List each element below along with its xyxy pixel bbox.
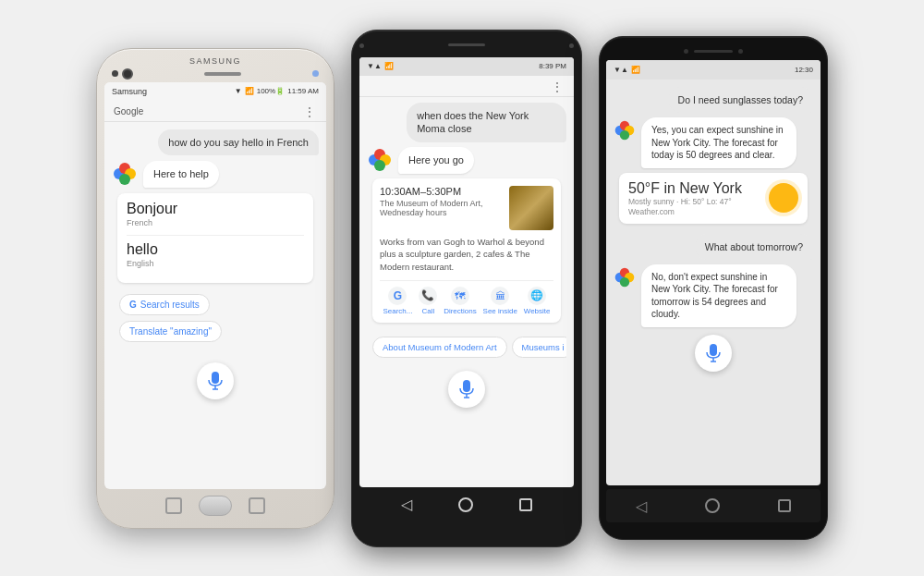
- back-btn-samsung[interactable]: [165, 497, 182, 514]
- assistant-bubble-1: Here to help: [143, 161, 219, 188]
- action-buttons-1: G Search results Translate "amazing": [112, 288, 319, 348]
- pixel-nav-bar: ◁: [606, 489, 821, 522]
- status-time-1: 11:59 AM: [287, 87, 319, 95]
- back-btn-pixel[interactable]: ◁: [636, 497, 647, 515]
- pixel-sensors: [606, 43, 821, 58]
- trans-lang-2: English: [127, 259, 304, 268]
- action-directions[interactable]: 🗺 Directions: [444, 287, 477, 315]
- menu-dots-1[interactable]: ⋮: [303, 104, 317, 119]
- call-icon: 📞: [419, 287, 437, 305]
- pixel-camera: [738, 49, 743, 54]
- phone-nexus: ▼▲ 📶 8:39 PM ⋮ when does the New York Mo…: [351, 30, 582, 547]
- place-desc: Works from van Gogh to Warhol & beyond p…: [380, 236, 553, 273]
- mic-button-1[interactable]: [197, 362, 234, 399]
- app-title-1: Google: [114, 106, 143, 116]
- status-bar-2: ▼▲ 📶 8:39 PM: [359, 57, 574, 76]
- chat-area-2: when does the New York Moma close Here y…: [359, 97, 574, 367]
- assistant-row-3a: Yes, you can expect sunshine in New York…: [614, 117, 813, 168]
- sensor-dot-2: [569, 43, 574, 48]
- home-btn-nexus[interactable]: [458, 497, 473, 512]
- google-dots-3b: [614, 266, 636, 288]
- trans-divider: [127, 235, 304, 236]
- action-call[interactable]: 📞 Call: [419, 287, 437, 315]
- place-card-header: 10:30AM–5:30PM The Museum of Modern Art,…: [380, 186, 553, 230]
- trans-word-2: hello: [127, 241, 304, 258]
- assistant-bubble-2: Here you go: [398, 147, 474, 174]
- suggest-btn-1[interactable]: About Museum of Modern Art: [372, 337, 507, 358]
- weather-card: 50°F in New York Mostly sunny · Hi: 50° …: [619, 173, 808, 224]
- trans-word-1: Bonjour: [127, 201, 304, 217]
- phone-pixel: ▼▲ 📶 12:30 Do I need sunglasses today? Y…: [599, 36, 828, 540]
- mic-icon-3: [705, 343, 722, 363]
- nexus-speaker: [448, 43, 485, 46]
- google-dots-3: [614, 119, 636, 141]
- mic-icon-2: [458, 379, 475, 399]
- home-btn-pixel[interactable]: [705, 498, 720, 513]
- place-card: 10:30AM–5:30PM The Museum of Modern Art,…: [372, 178, 561, 323]
- svg-rect-22: [710, 344, 717, 356]
- recents-btn-pixel[interactable]: [778, 499, 791, 512]
- samsung-top: [104, 67, 326, 80]
- status-icons-left-2: ▼▲ 📶: [367, 62, 394, 70]
- back-btn-nexus[interactable]: ◁: [401, 496, 412, 513]
- place-name: The Museum of Modern Art, Wednesday hour…: [380, 199, 504, 217]
- weather-temp: 50°F in New York: [628, 180, 769, 197]
- status-bar-1: Samsung ▼ 📶 100%🔋 11:59 AM: [104, 82, 326, 101]
- user-bubble-4: What about tomorrow?: [695, 234, 813, 260]
- app-bar-2: ⋮: [359, 76, 574, 96]
- samsung-brand: SAMSUNG: [104, 56, 326, 66]
- assistant-row-1: Here to help: [112, 161, 319, 188]
- weather-conditions: Mostly sunny · Hi: 50° Lo: 47°: [628, 197, 769, 206]
- suggest-btn-2[interactable]: Museums i: [512, 337, 566, 358]
- svg-point-17: [620, 130, 629, 140]
- search-results-button[interactable]: G Search results: [119, 294, 210, 315]
- google-dots-1: [112, 161, 138, 187]
- mic-button-3[interactable]: [695, 335, 732, 372]
- directions-icon: 🗺: [451, 287, 469, 305]
- home-btn-samsung[interactable]: [199, 496, 232, 516]
- mic-area-2: [359, 367, 574, 411]
- trans-lang-1: French: [127, 218, 304, 227]
- translate-button[interactable]: Translate "amazing": [119, 321, 222, 342]
- status-carrier: Samsung: [112, 87, 147, 96]
- status-time-2: 8:39 PM: [539, 62, 566, 70]
- place-hours: 10:30AM–5:30PM: [380, 186, 504, 197]
- menu-dots-2[interactable]: ⋮: [551, 80, 565, 94]
- mic-icon-1: [207, 371, 224, 391]
- recents-btn-samsung[interactable]: [249, 497, 265, 514]
- user-bubble-3: Do I need sunglasses today?: [668, 87, 813, 113]
- recents-btn-nexus[interactable]: [519, 498, 532, 511]
- action-see-inside[interactable]: 🏛 See inside: [483, 287, 517, 315]
- status-icons-right-3: 12:30: [795, 66, 813, 74]
- mic-button-2[interactable]: [448, 371, 485, 408]
- status-icons-1: ▼ 📶 100%🔋 11:59 AM: [235, 87, 319, 95]
- sensor-dot-1: [359, 43, 364, 48]
- status-icons-right-2: 8:39 PM: [539, 62, 566, 70]
- assistant-row-3b: No, don't expect sunshine in New York Ci…: [614, 264, 813, 327]
- phone-samsung: SAMSUNG Samsung ▼ 📶 100%🔋 11:59 AM Googl…: [96, 48, 334, 529]
- user-bubble-2: when does the New York Moma close: [407, 103, 566, 143]
- action-search[interactable]: G Search...: [383, 287, 412, 315]
- suggest-buttons-2: About Museum of Modern Art Museums i: [367, 333, 566, 362]
- pixel-speaker: [694, 50, 733, 53]
- speaker: [204, 72, 241, 76]
- svg-point-10: [374, 160, 385, 171]
- website-icon: 🌐: [528, 287, 546, 305]
- place-info: 10:30AM–5:30PM The Museum of Modern Art,…: [380, 186, 504, 217]
- svg-point-21: [620, 277, 629, 287]
- status-bar-3: ▼▲ 📶 12:30: [606, 60, 821, 79]
- chat-area-3: Do I need sunglasses today? Yes, you can…: [606, 80, 821, 331]
- translation-card: Bonjour French hello English: [117, 193, 313, 283]
- place-image: [509, 186, 553, 230]
- svg-rect-11: [463, 380, 470, 392]
- camera-lens: [122, 68, 133, 80]
- mic-area-1: [104, 355, 326, 407]
- search-icon-place: G: [388, 287, 407, 305]
- samsung-home-bar: [104, 493, 326, 519]
- pixel-screen: ▼▲ 📶 12:30 Do I need sunglasses today? Y…: [606, 60, 821, 485]
- assistant-row-2: Here you go: [367, 147, 566, 174]
- nexus-sensors: [359, 38, 574, 55]
- sensor: [312, 70, 319, 77]
- action-website[interactable]: 🌐 Website: [524, 287, 551, 315]
- assistant-bubble-3a: Yes, you can expect sunshine in New York…: [641, 117, 796, 168]
